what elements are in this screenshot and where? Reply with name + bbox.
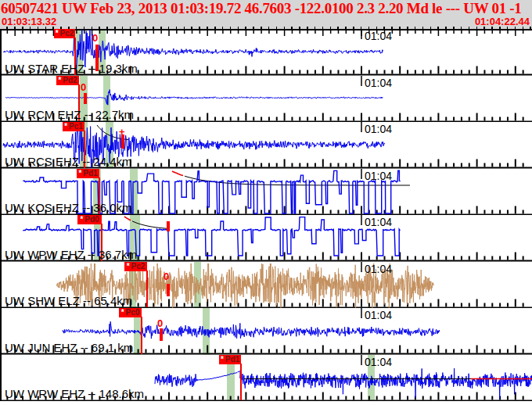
phase-pick-flag[interactable]: *Pd1 [77,169,99,178]
flag-phase-label: Pd2 [63,76,77,84]
flag-phase-label: Pd0 [84,215,99,224]
flag-marker: * [58,76,61,84]
phase-pick-line[interactable] [146,271,148,308]
phase-pick-flag[interactable]: *Pd2 [56,76,79,85]
trace-panel-8[interactable]: 01:04*Pd1UW WRW EHZ -- 148.6km [2,355,532,402]
flag-marker: * [127,262,130,271]
station-label: UW RCS EHZ -- 24.4km [5,155,132,168]
event-title: 60507421 UW Feb 23, 2013 01:03:19.72 46.… [1,0,522,17]
amplitude-marker-bar [84,93,87,104]
amplitude-marker-bar [160,328,163,341]
trace-panel-5[interactable]: 01:04*Pd0UW WPW EHZ -- 36.7km [2,215,532,262]
minute-label: 01:04 [365,30,392,42]
station-label: UW SHW ELZ -- 65.4km [5,294,132,307]
trace-panel-3[interactable]: 01:04*Pc1+UW RCS EHZ -- 24.4km [2,122,532,169]
trace-panel-7[interactable]: 01:04*Pc00UW JUN EHZ -- 69.1 km [2,308,532,355]
minute-label: 01:04 [365,216,392,228]
flag-phase-label: Pc0 [126,308,140,317]
window-end-time: 01:04:22.44 [475,16,530,27]
amplitude-marker-bar [167,221,170,231]
flag-marker: * [221,355,224,364]
window-start-time: 01:03:13.32 [2,16,56,27]
amplitude-marker-glyph: 0 [81,83,86,91]
trace-panel-6[interactable]: 01:04*Pc20UW SHW ELZ -- 65.4km [2,262,532,309]
flag-phase-label: Pd1 [225,355,239,364]
amplitude-marker-glyph: 0 [164,272,169,281]
phase-pick-flag[interactable]: *Pc0 [119,308,142,317]
seismogram-viewer: 60507421 UW Feb 23, 2013 01:03:19.72 46.… [0,0,532,405]
station-label: UW KOS EHZ -- 36.0km [5,201,132,214]
trace-panel-2[interactable]: 01:04*Pd20UW RCM EHZ -- 22.7km [2,76,532,123]
minute-label: 01:04 [365,309,392,321]
station-label: UW STAR EHZ -- 19.3km [5,62,138,75]
minute-label: 01:04 [365,356,392,368]
station-label: UW WRW EHZ -- 148.6km [5,387,144,400]
phase-pick-line[interactable] [141,317,142,354]
flag-phase-label: Pc2 [131,262,146,271]
station-label: UW WPW EHZ -- 36.7km [5,248,137,261]
trace-panels: 01:04*Pc20UW STAR EHZ -- 19.3km01:04*Pd2… [0,29,532,401]
phase-pick-line[interactable] [240,364,242,401]
minute-label: 01:04 [365,263,392,275]
minute-label: 01:04 [365,170,392,182]
station-label: UW RCM EHZ -- 22.7km [5,108,134,121]
flag-marker: * [64,122,67,131]
flag-phase-label: Pc2 [60,29,74,38]
amplitude-marker-glyph: 0 [157,319,163,328]
phase-pick-flag[interactable]: *Pc1 [63,122,84,131]
flag-marker: * [56,29,59,38]
trace-panel-4[interactable]: 01:04*Pd1UW KOS EHZ -- 36.0km [2,169,532,216]
phase-pick-flag[interactable]: *Pc2 [54,29,75,38]
amplitude-marker-bar [121,134,124,149]
flag-marker: * [78,169,81,177]
station-label: UW JUN EHZ -- 69.1 km [5,341,133,354]
flag-phase-label: Pd1 [83,169,97,177]
flag-marker: * [121,308,124,317]
flag-phase-label: Pc1 [69,122,83,131]
amplitude-marker-bar [95,45,99,71]
header: 60507421 UW Feb 23, 2013 01:03:19.72 46.… [0,0,532,29]
phase-pick-flag[interactable]: *Pd0 [77,215,102,224]
amplitude-marker-bar [167,284,170,296]
amplitude-marker-glyph: 0 [92,34,98,42]
minute-label: 01:04 [365,123,392,135]
flag-marker: * [80,215,83,224]
minute-label: 01:04 [365,77,392,89]
trace-panel-1[interactable]: 01:04*Pc20UW STAR EHZ -- 19.3km [2,29,532,76]
phase-pick-flag[interactable]: *Pd1 [219,355,241,364]
phase-pick-flag[interactable]: *Pc2 [124,262,147,271]
